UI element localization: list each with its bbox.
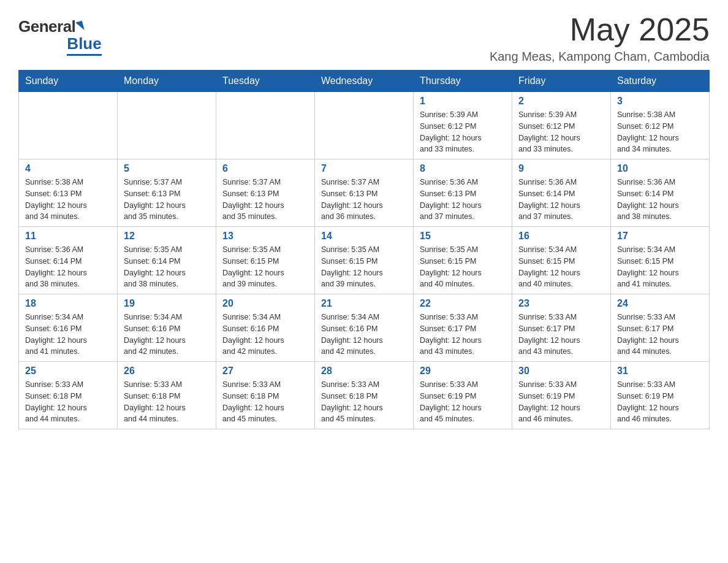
day-header-wednesday: Wednesday <box>315 71 414 92</box>
day-number: 9 <box>518 163 604 174</box>
day-info: Sunrise: 5:34 AM Sunset: 6:15 PM Dayligh… <box>617 244 703 290</box>
calendar-cell: 29Sunrise: 5:33 AM Sunset: 6:19 PM Dayli… <box>414 362 512 429</box>
calendar-cell: 23Sunrise: 5:33 AM Sunset: 6:17 PM Dayli… <box>512 294 611 362</box>
calendar-cell <box>19 92 118 159</box>
day-number: 2 <box>518 96 604 107</box>
day-number: 21 <box>321 298 407 309</box>
calendar-cell: 21Sunrise: 5:34 AM Sunset: 6:16 PM Dayli… <box>315 294 414 362</box>
day-number: 26 <box>124 366 210 377</box>
day-info: Sunrise: 5:33 AM Sunset: 6:18 PM Dayligh… <box>25 379 111 425</box>
day-number: 11 <box>25 231 111 242</box>
calendar-cell: 19Sunrise: 5:34 AM Sunset: 6:16 PM Dayli… <box>118 294 216 362</box>
day-info: Sunrise: 5:39 AM Sunset: 6:12 PM Dayligh… <box>518 109 604 155</box>
calendar-cell: 20Sunrise: 5:34 AM Sunset: 6:16 PM Dayli… <box>216 294 315 362</box>
calendar-cell: 3Sunrise: 5:38 AM Sunset: 6:12 PM Daylig… <box>611 92 710 159</box>
calendar-cell: 6Sunrise: 5:37 AM Sunset: 6:13 PM Daylig… <box>216 159 315 227</box>
day-info: Sunrise: 5:33 AM Sunset: 6:19 PM Dayligh… <box>420 379 506 425</box>
logo: General Blue <box>18 18 102 56</box>
calendar-cell: 30Sunrise: 5:33 AM Sunset: 6:19 PM Dayli… <box>512 362 611 429</box>
calendar-cell: 18Sunrise: 5:34 AM Sunset: 6:16 PM Dayli… <box>19 294 118 362</box>
day-number: 25 <box>25 366 111 377</box>
calendar-cell: 11Sunrise: 5:36 AM Sunset: 6:14 PM Dayli… <box>19 227 118 294</box>
calendar-cell: 13Sunrise: 5:35 AM Sunset: 6:15 PM Dayli… <box>216 227 315 294</box>
day-info: Sunrise: 5:36 AM Sunset: 6:14 PM Dayligh… <box>25 244 111 290</box>
calendar-cell: 31Sunrise: 5:33 AM Sunset: 6:19 PM Dayli… <box>611 362 710 429</box>
day-number: 18 <box>25 298 111 309</box>
calendar-week-1: 1Sunrise: 5:39 AM Sunset: 6:12 PM Daylig… <box>19 92 710 159</box>
calendar-cell: 28Sunrise: 5:33 AM Sunset: 6:18 PM Dayli… <box>315 362 414 429</box>
calendar-cell: 7Sunrise: 5:37 AM Sunset: 6:13 PM Daylig… <box>315 159 414 227</box>
day-info: Sunrise: 5:35 AM Sunset: 6:14 PM Dayligh… <box>124 244 210 290</box>
calendar-cell: 8Sunrise: 5:36 AM Sunset: 6:13 PM Daylig… <box>414 159 512 227</box>
day-number: 3 <box>617 96 703 107</box>
day-number: 5 <box>124 163 210 174</box>
logo-general-text: General <box>18 18 75 34</box>
calendar-cell: 15Sunrise: 5:35 AM Sunset: 6:15 PM Dayli… <box>414 227 512 294</box>
day-number: 19 <box>124 298 210 309</box>
day-header-saturday: Saturday <box>611 71 710 92</box>
day-info: Sunrise: 5:34 AM Sunset: 6:15 PM Dayligh… <box>518 244 604 290</box>
day-header-thursday: Thursday <box>414 71 512 92</box>
day-info: Sunrise: 5:39 AM Sunset: 6:12 PM Dayligh… <box>420 109 506 155</box>
calendar-table: SundayMondayTuesdayWednesdayThursdayFrid… <box>18 70 710 429</box>
calendar-cell: 27Sunrise: 5:33 AM Sunset: 6:18 PM Dayli… <box>216 362 315 429</box>
calendar-week-5: 25Sunrise: 5:33 AM Sunset: 6:18 PM Dayli… <box>19 362 710 429</box>
calendar-cell <box>118 92 216 159</box>
day-number: 22 <box>420 298 506 309</box>
calendar-cell: 24Sunrise: 5:33 AM Sunset: 6:17 PM Dayli… <box>611 294 710 362</box>
days-of-week-row: SundayMondayTuesdayWednesdayThursdayFrid… <box>19 71 710 92</box>
day-info: Sunrise: 5:34 AM Sunset: 6:16 PM Dayligh… <box>124 312 210 358</box>
calendar-cell: 2Sunrise: 5:39 AM Sunset: 6:12 PM Daylig… <box>512 92 611 159</box>
day-info: Sunrise: 5:33 AM Sunset: 6:18 PM Dayligh… <box>222 379 308 425</box>
calendar-cell: 9Sunrise: 5:36 AM Sunset: 6:14 PM Daylig… <box>512 159 611 227</box>
logo-arrow-icon <box>75 21 85 32</box>
location-title: Kang Meas, Kampong Cham, Cambodia <box>490 50 710 64</box>
calendar-cell: 4Sunrise: 5:38 AM Sunset: 6:13 PM Daylig… <box>19 159 118 227</box>
day-number: 30 <box>518 366 604 377</box>
logo-line-top <box>18 37 63 53</box>
day-info: Sunrise: 5:36 AM Sunset: 6:13 PM Dayligh… <box>420 177 506 223</box>
day-info: Sunrise: 5:33 AM Sunset: 6:19 PM Dayligh… <box>617 379 703 425</box>
day-info: Sunrise: 5:33 AM Sunset: 6:17 PM Dayligh… <box>617 312 703 358</box>
calendar-week-4: 18Sunrise: 5:34 AM Sunset: 6:16 PM Dayli… <box>19 294 710 362</box>
day-number: 24 <box>617 298 703 309</box>
day-info: Sunrise: 5:33 AM Sunset: 6:18 PM Dayligh… <box>321 379 407 425</box>
day-header-sunday: Sunday <box>19 71 118 92</box>
day-info: Sunrise: 5:35 AM Sunset: 6:15 PM Dayligh… <box>222 244 308 290</box>
day-number: 8 <box>420 163 506 174</box>
calendar-cell: 12Sunrise: 5:35 AM Sunset: 6:14 PM Dayli… <box>118 227 216 294</box>
day-number: 1 <box>420 96 506 107</box>
calendar-header: SundayMondayTuesdayWednesdayThursdayFrid… <box>19 71 710 92</box>
calendar-cell: 14Sunrise: 5:35 AM Sunset: 6:15 PM Dayli… <box>315 227 414 294</box>
day-number: 31 <box>617 366 703 377</box>
logo-blue-text: Blue <box>67 34 101 56</box>
day-info: Sunrise: 5:36 AM Sunset: 6:14 PM Dayligh… <box>518 177 604 223</box>
calendar-cell: 5Sunrise: 5:37 AM Sunset: 6:13 PM Daylig… <box>118 159 216 227</box>
day-number: 10 <box>617 163 703 174</box>
day-info: Sunrise: 5:38 AM Sunset: 6:12 PM Dayligh… <box>617 109 703 155</box>
day-number: 13 <box>222 231 308 242</box>
day-header-friday: Friday <box>512 71 611 92</box>
day-header-tuesday: Tuesday <box>216 71 315 92</box>
day-number: 23 <box>518 298 604 309</box>
calendar-cell <box>216 92 315 159</box>
day-number: 29 <box>420 366 506 377</box>
calendar-cell: 16Sunrise: 5:34 AM Sunset: 6:15 PM Dayli… <box>512 227 611 294</box>
month-title: May 2025 <box>490 12 710 47</box>
page-header: General Blue May 2025 Kang Meas, Kampong… <box>18 12 710 64</box>
day-info: Sunrise: 5:35 AM Sunset: 6:15 PM Dayligh… <box>321 244 407 290</box>
day-info: Sunrise: 5:37 AM Sunset: 6:13 PM Dayligh… <box>222 177 308 223</box>
day-info: Sunrise: 5:36 AM Sunset: 6:14 PM Dayligh… <box>617 177 703 223</box>
day-info: Sunrise: 5:34 AM Sunset: 6:16 PM Dayligh… <box>222 312 308 358</box>
calendar-week-3: 11Sunrise: 5:36 AM Sunset: 6:14 PM Dayli… <box>19 227 710 294</box>
calendar-cell: 17Sunrise: 5:34 AM Sunset: 6:15 PM Dayli… <box>611 227 710 294</box>
day-number: 16 <box>518 231 604 242</box>
day-number: 15 <box>420 231 506 242</box>
title-block: May 2025 Kang Meas, Kampong Cham, Cambod… <box>490 12 710 64</box>
day-number: 7 <box>321 163 407 174</box>
day-info: Sunrise: 5:33 AM Sunset: 6:19 PM Dayligh… <box>518 379 604 425</box>
calendar-body: 1Sunrise: 5:39 AM Sunset: 6:12 PM Daylig… <box>19 92 710 429</box>
day-info: Sunrise: 5:33 AM Sunset: 6:17 PM Dayligh… <box>420 312 506 358</box>
day-number: 17 <box>617 231 703 242</box>
day-number: 6 <box>222 163 308 174</box>
